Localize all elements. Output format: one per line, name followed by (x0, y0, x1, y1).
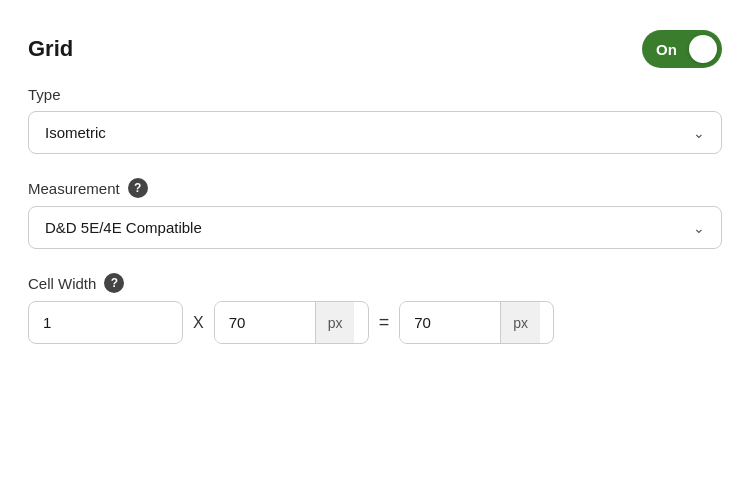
measurement-dropdown[interactable]: D&D 5E/4E Compatible ⌄ (28, 206, 722, 249)
type-section: Type Isometric ⌄ (28, 86, 722, 154)
toggle-label: On (656, 41, 677, 58)
cell-width-input2[interactable] (215, 302, 315, 343)
page-title: Grid (28, 36, 73, 62)
px-suffix-2: px (500, 302, 540, 343)
cell-width-input1[interactable] (28, 301, 183, 344)
cell-width-row: X px = px (28, 301, 722, 344)
cell-width-input2-group: px (214, 301, 369, 344)
cell-width-result[interactable] (400, 302, 500, 343)
type-dropdown[interactable]: Isometric ⌄ (28, 111, 722, 154)
measurement-label: Measurement ? (28, 178, 722, 198)
type-selected-value: Isometric (45, 124, 106, 141)
toggle-knob (689, 35, 717, 63)
measurement-help-icon[interactable]: ? (128, 178, 148, 198)
grid-header: Grid On (28, 30, 722, 68)
cell-width-label: Cell Width ? (28, 273, 722, 293)
measurement-selected-value: D&D 5E/4E Compatible (45, 219, 202, 236)
px-suffix-1: px (315, 302, 355, 343)
chevron-down-icon: ⌄ (693, 220, 705, 236)
grid-toggle-container: On (642, 30, 722, 68)
measurement-section: Measurement ? D&D 5E/4E Compatible ⌄ (28, 178, 722, 249)
type-label: Type (28, 86, 722, 103)
chevron-down-icon: ⌄ (693, 125, 705, 141)
cell-width-result-group: px (399, 301, 554, 344)
equals-label: = (379, 312, 390, 333)
multiplier-label: X (193, 314, 204, 332)
cell-width-help-icon[interactable]: ? (104, 273, 124, 293)
grid-toggle[interactable]: On (642, 30, 722, 68)
cell-width-section: Cell Width ? X px = px (28, 273, 722, 344)
